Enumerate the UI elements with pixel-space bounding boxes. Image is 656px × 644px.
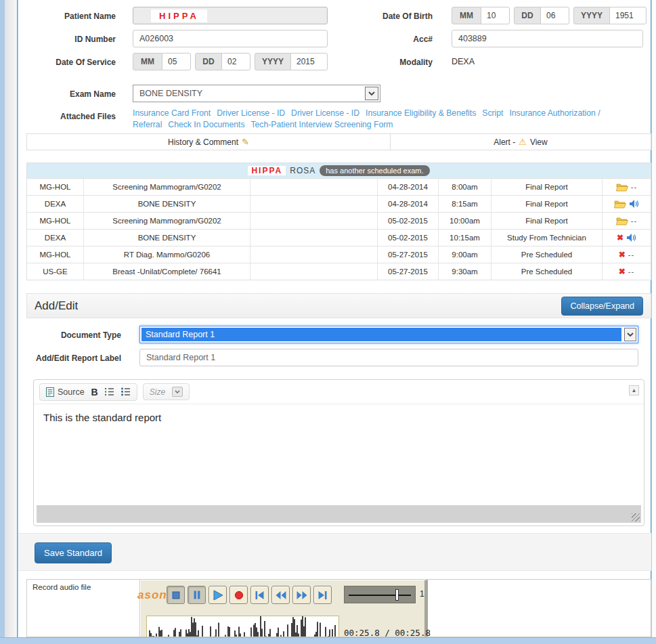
- delete-x-icon[interactable]: ✖: [619, 267, 626, 276]
- folder-open-icon[interactable]: [616, 183, 628, 192]
- exam-row[interactable]: US-GE Breast -Unilat/Complete/ 76641 05-…: [27, 263, 651, 280]
- exam-description: BONE DENSITY: [84, 196, 250, 212]
- waveform-display: [146, 616, 339, 637]
- exam-modality: US-GE: [27, 263, 84, 280]
- delete-x-icon[interactable]: ✖: [619, 250, 626, 259]
- dos-mm-input[interactable]: 05: [162, 53, 191, 70]
- source-button[interactable]: Source: [46, 387, 85, 397]
- chevron-down-icon[interactable]: [365, 87, 378, 100]
- play-button[interactable]: [209, 586, 227, 604]
- exam-date: 04-28-2014: [378, 179, 439, 195]
- chevron-down-icon[interactable]: [172, 387, 183, 397]
- report-label-field[interactable]: Standard Report 1: [139, 349, 638, 366]
- pause-button[interactable]: [188, 586, 206, 604]
- attached-file-link[interactable]: Insurance Eligibility & Benefits: [366, 108, 476, 118]
- dob-yyyy-input[interactable]: 1951: [609, 7, 647, 24]
- collapse-toolbar-button[interactable]: ▲: [629, 385, 639, 395]
- volume-slider[interactable]: [344, 586, 416, 603]
- exam-time: 8:00am: [439, 179, 491, 195]
- exam-description: Screening Mammogram/G0202: [84, 213, 250, 229]
- skip-end-button[interactable]: [313, 586, 332, 604]
- record-icon: [234, 591, 244, 600]
- collapse-expand-button[interactable]: Collapse/Expand: [561, 297, 643, 316]
- exam-name-value: BONE DENSITY: [139, 89, 202, 98]
- exam-row[interactable]: MG-HOL Screening Mammogram/G0202 04-28-2…: [27, 178, 651, 195]
- exam-modality: MG-HOL: [27, 246, 84, 263]
- chevron-down-icon[interactable]: [624, 328, 636, 341]
- bottom-band: [0, 637, 656, 644]
- dos-group: MM 05 DD 02 YYYY 2015: [133, 53, 332, 70]
- attached-file-link[interactable]: Driver License - ID: [291, 108, 359, 118]
- patient-name-label: Patient Name: [21, 12, 116, 21]
- audio-player-cell: asonics: [140, 580, 428, 637]
- exam-actions: --: [603, 179, 651, 195]
- exam-modality: MG-HOL: [27, 213, 84, 229]
- rewind-button[interactable]: [271, 586, 290, 604]
- exam-row[interactable]: MG-HOL Screening Mammogram/G0202 05-02-2…: [27, 212, 651, 229]
- record-button[interactable]: [229, 586, 248, 604]
- waveform-graphic: [147, 616, 338, 637]
- delete-x-icon[interactable]: ✖: [617, 233, 624, 242]
- attached-file-link[interactable]: Driver License - ID: [217, 108, 285, 118]
- folder-open-icon[interactable]: [616, 217, 628, 226]
- acc-label: Acc#: [330, 35, 433, 44]
- skip-end-icon: [318, 591, 328, 600]
- alert-cell[interactable]: Alert - ⚠ View: [391, 134, 651, 150]
- folder-open-icon[interactable]: [614, 200, 626, 209]
- dos-dd-input[interactable]: 02: [221, 53, 250, 70]
- bullet-list-button[interactable]: [121, 387, 131, 396]
- page: Patient Name HIPPA Date Of Birth MM 10 D…: [0, 0, 656, 644]
- exam-date: 04-28-2014: [378, 196, 439, 212]
- attached-file-link[interactable]: Script: [482, 108, 503, 118]
- volume-thumb[interactable]: [395, 589, 399, 601]
- numbered-list-icon: [105, 387, 114, 396]
- speaker-icon[interactable]: [626, 233, 636, 242]
- resize-handle[interactable]: [632, 513, 640, 521]
- attached-file-link[interactable]: Tech-Patient Interview Screening Form: [250, 120, 393, 129]
- id-number-field[interactable]: A026003: [133, 30, 328, 47]
- exam-row[interactable]: DEXA BONE DENSITY 04-28-2014 8:15am Fina…: [27, 195, 651, 212]
- pencil-icon[interactable]: ✎: [242, 137, 249, 147]
- acc-field[interactable]: 403889: [452, 30, 643, 47]
- dos-yyyy-input[interactable]: 2015: [290, 53, 328, 70]
- speaker-icon[interactable]: [629, 199, 639, 209]
- editor-content[interactable]: This is the standard report: [34, 404, 644, 505]
- exam-row[interactable]: MG-HOL RT Diag. Mammo/G0206 05-27-2015 9…: [27, 246, 651, 263]
- save-standard-button[interactable]: Save Standard: [35, 542, 112, 563]
- numbered-list-button[interactable]: [105, 387, 114, 396]
- attached-file-link[interactable]: Insurance Card Front: [133, 108, 211, 118]
- exam-date: 05-02-2015: [378, 230, 439, 246]
- modality-label: Modality: [330, 58, 433, 67]
- dos-mm-tag: MM: [133, 53, 162, 70]
- exam-status: Pre Scheduled: [491, 263, 603, 280]
- report-label-label: Add/Edit Report Label: [18, 353, 121, 363]
- no-audio-dash: --: [628, 251, 634, 259]
- exam-status: Final Report: [491, 213, 603, 229]
- dob-dd-tag: DD: [514, 7, 541, 24]
- attached-file-link[interactable]: Check In Documents: [168, 120, 244, 129]
- alert-view-link[interactable]: View: [530, 137, 548, 147]
- exam-row[interactable]: DEXA BONE DENSITY 05-02-2015 10:15am Stu…: [27, 229, 651, 246]
- exam-modality: DEXA: [27, 230, 84, 246]
- exam-table: HIPPA ROSA has another scheduled exam. M…: [26, 163, 651, 280]
- document-type-select[interactable]: Standard Report 1: [139, 326, 638, 343]
- history-comment-cell[interactable]: History & Comment ✎: [27, 134, 391, 150]
- exam-table-banner: HIPPA ROSA has another scheduled exam.: [27, 163, 651, 178]
- exam-status: Final Report: [491, 196, 603, 212]
- dob-dd-input[interactable]: 06: [540, 7, 569, 24]
- forward-button[interactable]: [292, 586, 311, 604]
- size-dropdown[interactable]: Size: [143, 383, 190, 400]
- patient-name-field[interactable]: HIPPA: [133, 7, 328, 24]
- scheduled-exam-badge: has another scheduled exam.: [320, 165, 429, 176]
- bold-button[interactable]: B: [91, 387, 98, 398]
- exam-empty-cell: [250, 179, 378, 195]
- exam-name-select[interactable]: BONE DENSITY: [133, 85, 380, 102]
- exam-actions: --: [603, 213, 651, 229]
- skip-start-button[interactable]: [250, 586, 269, 604]
- no-audio-dash: --: [631, 183, 637, 191]
- exam-empty-cell: [250, 263, 378, 280]
- exam-modality: DEXA: [27, 196, 84, 212]
- dob-mm-input[interactable]: 10: [481, 7, 510, 24]
- stop-button[interactable]: [167, 586, 185, 604]
- editor-footer-scroll-area[interactable]: [37, 505, 641, 523]
